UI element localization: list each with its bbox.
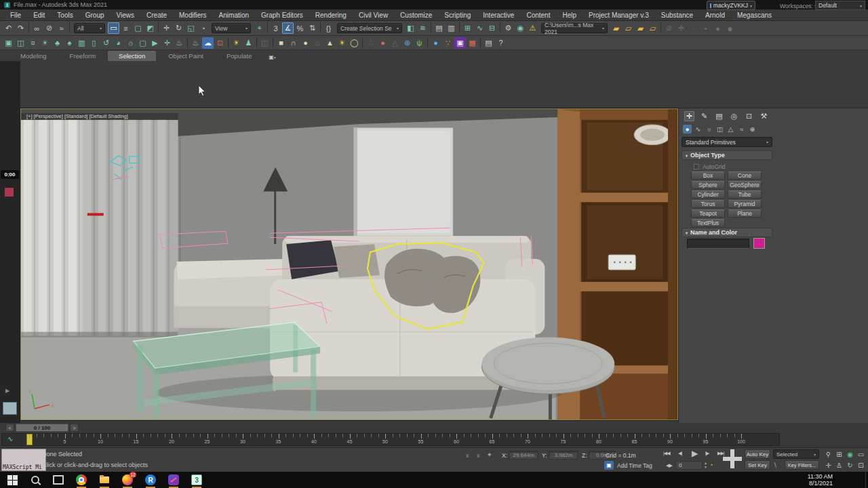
book-icon[interactable]: ▥ <box>76 37 87 49</box>
mini-curve-editor-icon[interactable]: ∿ <box>7 435 13 443</box>
cat-systems[interactable]: ⊕ <box>748 125 757 134</box>
red-marquee-icon[interactable]: ▦ <box>467 37 478 49</box>
menu-item[interactable]: Rendering <box>309 12 353 19</box>
time-tag-icon[interactable]: ▣ <box>604 461 614 470</box>
save-folder-icon[interactable]: ▰ <box>635 22 646 34</box>
prim-box-icon[interactable]: ■ <box>275 37 287 49</box>
torus-knot-icon[interactable]: ↺ <box>100 37 112 49</box>
render-preview-small-icon[interactable]: • <box>700 22 711 34</box>
separator[interactable] <box>459 22 460 32</box>
project-path-dropdown[interactable]: C:\Users\m...s Max 2021▾ <box>541 23 608 33</box>
previous-frame-button[interactable]: < <box>5 424 14 432</box>
select-and-place-icon[interactable]: ◔ <box>197 22 209 34</box>
object-type-button[interactable]: Cylinder <box>691 190 725 199</box>
open-folder-icon[interactable]: ▱ <box>623 22 634 34</box>
system-clock[interactable]: 11:30 AM 8/1/2021 <box>780 473 833 487</box>
cat-geometry[interactable]: ● <box>683 125 692 134</box>
purple-app[interactable] <box>167 472 180 488</box>
record-stop-icon[interactable] <box>5 188 14 197</box>
undo-icon[interactable]: ↶ <box>3 22 14 34</box>
task-view-button[interactable] <box>52 472 65 488</box>
select-by-name-icon[interactable]: ≡ <box>120 22 132 34</box>
autogrid-checkbox[interactable]: AutoGrid <box>694 163 726 170</box>
object-type-button[interactable]: Pyramid <box>728 200 762 208</box>
separator[interactable] <box>362 38 363 47</box>
wall-canvas[interactable] <box>354 128 453 240</box>
bind-to-space-warp-icon[interactable]: ≈ <box>56 22 67 34</box>
ribbon-overflow-icon[interactable] <box>264 53 280 61</box>
taskbar-search[interactable] <box>28 472 42 488</box>
tab-modify[interactable]: ✎ <box>699 111 709 121</box>
layer-explorer-icon[interactable]: ▥ <box>446 22 457 34</box>
separator[interactable] <box>431 22 431 32</box>
y-coordinate-field[interactable]: 3.982m <box>549 451 578 460</box>
curtains[interactable] <box>21 113 178 338</box>
chrome-app[interactable] <box>75 472 88 488</box>
wall-outlet[interactable] <box>608 255 635 270</box>
object-type-button[interactable]: Sphere <box>691 181 725 189</box>
render-preview-large-icon[interactable]: ● <box>724 22 736 34</box>
set-key-button[interactable]: Set Key <box>745 460 770 470</box>
pyramid-helper-icon[interactable]: △ <box>389 37 401 49</box>
object-type-button[interactable]: Box <box>691 171 725 180</box>
viewport-label[interactable]: [+] [Perspective] [Standard] [Default Sh… <box>26 113 128 119</box>
gray-pillow[interactable] <box>334 244 380 278</box>
cat-cameras[interactable]: ◫ <box>715 125 724 134</box>
menu-item[interactable]: Interactive <box>477 12 520 19</box>
unlink-selection-icon[interactable]: ⊘ <box>43 22 55 34</box>
angle-snap-icon[interactable]: ∡ <box>282 22 294 34</box>
menu-item[interactable]: Arnold <box>699 12 731 19</box>
separator[interactable] <box>660 22 661 32</box>
timeline-ruler[interactable]: ∿ 51015202530354045505560657075808590951… <box>1 433 780 446</box>
show-desktop-button[interactable] <box>865 472 868 488</box>
select-and-scale-icon[interactable]: ◱ <box>185 22 197 34</box>
separator[interactable] <box>320 22 321 32</box>
selection-filter-dropdown[interactable]: All▾ <box>74 23 105 33</box>
camera-gray-icon[interactable]: ◫ <box>259 37 271 49</box>
capture-window-icon[interactable]: ⊡ <box>214 37 226 49</box>
next-frame-button[interactable]: > <box>70 424 79 432</box>
bulb-icon[interactable]: ☼ <box>125 37 136 49</box>
grass-icon[interactable]: ψ <box>414 37 425 49</box>
separator[interactable] <box>500 22 500 32</box>
prim-dome-icon[interactable]: ∩ <box>288 37 299 49</box>
set-key-filter-icon[interactable]: ∖ <box>773 462 777 468</box>
render-preview-medium-icon[interactable]: ● <box>712 22 724 34</box>
render-warning-icon[interactable]: ⚠ <box>527 22 538 34</box>
menu-item[interactable]: Views <box>111 12 141 19</box>
spinner-snap-icon[interactable]: ⇅ <box>307 22 318 34</box>
menu-item[interactable]: Tools <box>51 12 79 19</box>
object-type-button[interactable]: Plane <box>728 209 762 218</box>
camera-record-icon[interactable]: ▣ <box>3 37 14 49</box>
named-selection-set-dropdown[interactable]: Create Selection Se▾ <box>337 23 402 33</box>
select-object-icon[interactable]: ▭ <box>108 22 119 34</box>
menu-item[interactable]: Create <box>140 12 173 19</box>
play-animation-icon[interactable]: ▶ <box>692 449 697 458</box>
scatter-icon[interactable]: ∴ <box>365 37 376 49</box>
select-and-rotate-icon[interactable]: ↻ <box>173 22 184 34</box>
teapot-icon[interactable]: ♨ <box>174 37 185 49</box>
separator[interactable] <box>273 38 273 47</box>
sphere-blue-icon[interactable]: ● <box>430 37 441 49</box>
mirror-icon[interactable]: ◧ <box>405 22 416 34</box>
add-time-tag[interactable]: Add Time Tag <box>617 462 652 469</box>
tab-create[interactable]: ✛ <box>684 111 694 121</box>
name-and-color-rollout[interactable]: Name and Color <box>682 228 772 237</box>
menu-item[interactable]: Help <box>556 12 583 19</box>
tab-display[interactable]: ⊡ <box>744 111 754 121</box>
separator[interactable] <box>69 22 70 32</box>
separator[interactable] <box>267 22 268 32</box>
separator[interactable] <box>427 38 428 47</box>
spray-icon[interactable]: ● <box>377 37 389 49</box>
red-line-object[interactable] <box>87 213 104 216</box>
purple-app-icon[interactable]: ▣ <box>454 37 466 49</box>
maxscript-mini-listener[interactable]: MAXScript Mi <box>1 449 46 471</box>
pan-icon[interactable]: ✛ <box>823 460 833 470</box>
walk-through-icon[interactable]: ♙ <box>834 460 844 470</box>
region-icon[interactable]: ▢ <box>137 37 149 49</box>
window-crossing-icon[interactable]: ◩ <box>144 22 156 34</box>
menu-item[interactable]: Substance <box>655 12 699 19</box>
curve-editor-icon[interactable]: ∿ <box>474 22 486 34</box>
previous-key-icon[interactable]: ◀| <box>678 451 682 456</box>
play-icon[interactable]: ▶ <box>5 388 9 394</box>
